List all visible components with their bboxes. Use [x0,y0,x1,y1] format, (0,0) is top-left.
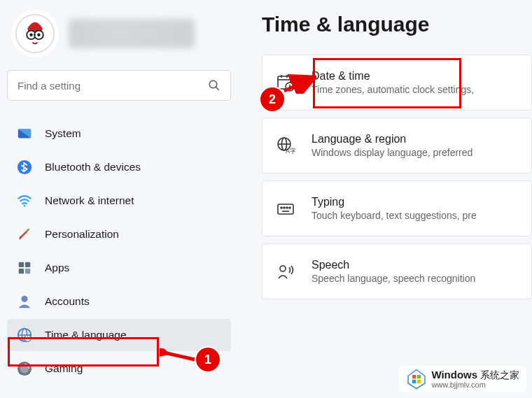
search-icon [208,79,220,92]
annotation-badge-2: 2 [260,87,284,111]
svg-point-36 [281,207,282,208]
card-desc: Touch keyboard, text suggestions, pre [312,210,477,221]
sidebar-item-accounts[interactable]: Accounts [7,285,231,318]
watermark-sub: 系统之家 [480,369,519,381]
svg-point-6 [29,34,33,37]
svg-point-19 [21,296,27,302]
svg-rect-45 [417,375,421,378]
annotation-arrow-2 [283,74,316,94]
svg-line-9 [216,87,219,90]
card-title: Typing [312,196,477,208]
annotation-arrow-1 [160,348,196,365]
watermark-brand: Windows [431,369,477,381]
svg-point-37 [284,207,285,208]
svg-rect-15 [19,262,24,267]
sidebar-item-personalization[interactable]: Personalization [7,218,231,250]
card-desc: Time zones, automatic clock settings, [312,84,474,95]
svg-point-13 [24,205,26,207]
card-language-region[interactable]: A字 Language & region Windows display lan… [262,118,532,173]
sidebar: System Bluetooth & devices Network & int… [0,0,238,398]
sidebar-item-label: Bluetooth & devices [45,161,141,173]
svg-text:A字: A字 [286,148,295,155]
sidebar-item-label: Apps [45,262,69,274]
svg-rect-35 [278,204,293,214]
main-content: Time & language Date & time Time zones, … [238,0,532,398]
settings-nav: System Bluetooth & devices Network & int… [7,118,231,385]
card-speech[interactable]: Speech Speech language, speech recogniti… [262,243,532,299]
card-desc: Speech language, speech recognition [312,273,475,284]
svg-rect-46 [412,380,416,383]
svg-point-39 [289,207,290,208]
keyboard-icon [275,198,296,219]
user-profile-row[interactable] [7,7,231,70]
system-icon [17,126,32,141]
gaming-icon [17,361,32,376]
svg-rect-18 [25,269,30,273]
user-name-redacted [69,19,195,48]
globe-time-icon [17,327,32,343]
card-title: Speech [312,259,475,271]
apps-icon [17,260,32,276]
card-title: Language & region [312,133,472,145]
annotation-badge-1: 1 [196,348,220,371]
sidebar-item-label: Time & language [45,329,127,341]
card-desc: Windows display language, preferred [312,147,472,158]
speech-icon [275,261,296,282]
search-input[interactable] [18,80,208,92]
svg-line-42 [164,353,195,360]
sidebar-item-bluetooth[interactable]: Bluetooth & devices [7,151,231,183]
svg-rect-44 [412,375,416,378]
svg-point-38 [286,207,288,208]
language-region-icon: A字 [275,135,296,156]
sidebar-item-system[interactable]: System [7,118,231,150]
card-typing[interactable]: Typing Touch keyboard, text suggestions,… [262,180,532,236]
brush-icon [17,227,32,242]
svg-rect-47 [417,380,421,383]
sidebar-item-label: Network & internet [45,194,134,207]
sidebar-item-apps[interactable]: Apps [7,252,231,284]
sidebar-item-network[interactable]: Network & internet [7,185,231,217]
sidebar-item-label: Gaming [45,362,83,375]
watermark: Windows 系统之家 www.bjjmlv.com [399,366,526,392]
page-title: Time & language [262,13,532,36]
svg-point-7 [37,34,41,37]
svg-line-43 [284,78,312,91]
avatar[interactable] [11,10,59,57]
sidebar-item-label: Accounts [45,295,90,308]
svg-rect-17 [19,269,24,273]
search-box[interactable] [7,70,231,101]
svg-point-41 [280,266,286,271]
windows-logo-icon [406,369,427,390]
svg-point-8 [209,80,217,88]
card-title: Date & time [312,70,474,83]
watermark-url: www.bjjmlv.com [431,381,519,389]
sidebar-item-label: System [45,127,81,140]
svg-rect-16 [25,262,30,267]
bluetooth-icon [17,159,32,175]
accounts-icon [17,294,32,309]
sidebar-item-label: Personalization [45,228,119,241]
wifi-icon [17,193,32,208]
sidebar-item-time-language[interactable]: Time & language [7,319,231,351]
